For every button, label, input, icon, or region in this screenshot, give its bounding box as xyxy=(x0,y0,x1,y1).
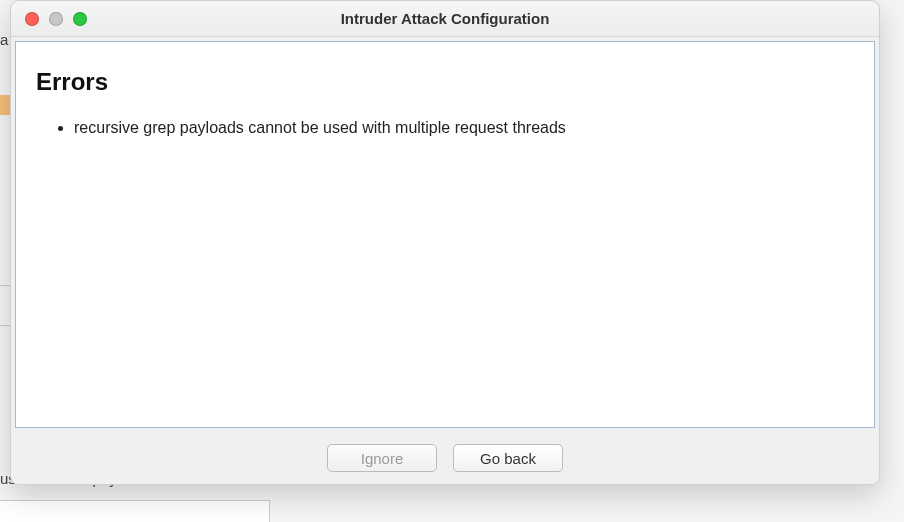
background-input-fragment xyxy=(0,500,270,522)
errors-list: recursive grep payloads cannot be used w… xyxy=(36,116,854,140)
close-window-icon[interactable] xyxy=(25,12,39,26)
zoom-window-icon[interactable] xyxy=(73,12,87,26)
background-text-fragment-top: a xyxy=(0,31,8,48)
minimize-window-icon xyxy=(49,12,63,26)
go-back-button[interactable]: Go back xyxy=(453,444,563,472)
errors-heading: Errors xyxy=(36,68,854,96)
dialog-button-row: Ignore Go back xyxy=(11,432,879,484)
window-controls xyxy=(11,12,87,26)
dialog-title: Intruder Attack Configuration xyxy=(11,10,879,27)
intruder-config-dialog: Intruder Attack Configuration Errors rec… xyxy=(10,0,880,485)
error-item: recursive grep payloads cannot be used w… xyxy=(74,116,854,140)
ignore-button[interactable]: Ignore xyxy=(327,444,437,472)
titlebar: Intruder Attack Configuration xyxy=(11,1,879,37)
dialog-content: Errors recursive grep payloads cannot be… xyxy=(15,41,875,428)
